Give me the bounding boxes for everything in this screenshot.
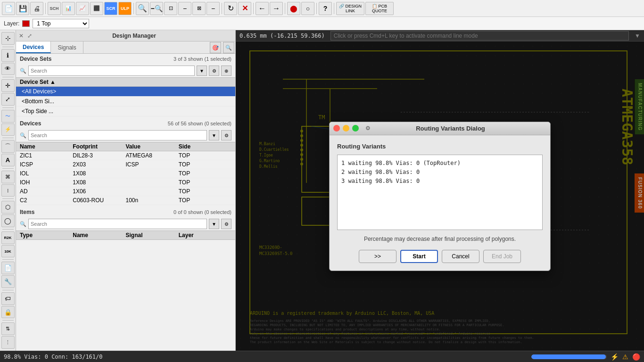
net-tool[interactable]: ⌘ xyxy=(1,171,15,183)
devices-search-input[interactable] xyxy=(28,130,207,140)
zoom-fit-button[interactable]: ⊡ xyxy=(164,2,177,15)
device-row-5[interactable]: C2 C0603-ROU 100n TOP xyxy=(16,196,235,205)
stop-button[interactable]: ✕ xyxy=(238,2,251,15)
select-tool[interactable]: ⊹ xyxy=(1,32,15,45)
devices-col-value[interactable]: Value xyxy=(126,143,179,150)
tab-signals[interactable]: Signals xyxy=(51,41,83,53)
devices-col-side[interactable]: Side xyxy=(179,143,231,150)
items-prop-btn[interactable]: ⚙ xyxy=(221,219,231,229)
error-icon[interactable]: 🔴 xyxy=(632,353,640,361)
undo-button[interactable]: ← xyxy=(256,2,269,15)
50k-tool[interactable]: 10K xyxy=(1,245,15,258)
zoom-out3-button[interactable]: − xyxy=(206,2,220,15)
device-sets-search-dropdown[interactable]: ▼ xyxy=(197,66,207,76)
device-side-2: TOP xyxy=(179,170,231,177)
device-fp-0: DIL28-3 xyxy=(73,152,125,159)
start-button[interactable]: Start xyxy=(400,250,438,263)
lock-tool[interactable]: 🔒 xyxy=(1,306,15,319)
devices-col-footprint[interactable]: Footprint xyxy=(73,143,125,150)
save-button[interactable]: 💾 xyxy=(16,2,29,15)
ratsnest-tool[interactable]: ⫶ xyxy=(1,184,15,197)
devices-search-dropdown[interactable]: ▼ xyxy=(209,130,219,140)
layer-select[interactable]: 1 Top 2 Bottom 16 Bottom xyxy=(33,19,89,28)
eye-tool[interactable]: 👁 xyxy=(1,63,15,75)
left-tool-12[interactable]: ⋮ xyxy=(1,336,15,349)
design-manager-content: Device Sets 3 of 3 shown (1 selected) 🔍 … xyxy=(16,54,235,351)
route-tool[interactable]: 〜 xyxy=(1,110,15,123)
sch-button[interactable]: SCH xyxy=(48,2,61,15)
dialog-minimize-button[interactable] xyxy=(343,125,349,132)
device-sets-prop-btn[interactable]: ⚙ xyxy=(209,66,219,76)
lightning-icon[interactable]: ⚡ xyxy=(611,353,619,361)
circle-tool[interactable]: ◯ xyxy=(1,214,15,227)
device-row-0[interactable]: ZIC1 DIL28-3 ATMEGA8 TOP xyxy=(16,151,235,160)
items-col-layer[interactable]: Layer xyxy=(179,232,231,239)
devices-prop-btn[interactable]: ⚙ xyxy=(221,130,231,140)
cancel-button[interactable]: Cancel xyxy=(442,250,479,263)
items-col-name[interactable]: Name xyxy=(73,232,125,239)
drag-tool[interactable]: ⤢ xyxy=(1,93,15,106)
items-search-input[interactable] xyxy=(28,219,207,229)
cmd-expand-arrow[interactable]: ▼ xyxy=(635,33,640,39)
new-button[interactable]: 📄 xyxy=(2,2,15,15)
white-circle-button[interactable]: ○ xyxy=(301,2,314,15)
tab-devices[interactable]: Devices xyxy=(16,41,51,53)
polygon-tool[interactable]: ⬡ xyxy=(1,201,15,214)
chart2-button[interactable]: 📈 xyxy=(76,2,89,15)
dm-zoom-btn[interactable]: 🔍 xyxy=(223,42,234,53)
red-circle-button[interactable]: ⬤ xyxy=(287,2,300,15)
device-row-1[interactable]: ICSP 2X03 ICSP TOP xyxy=(16,160,235,169)
device-set-col-header[interactable]: Device Set ▲ xyxy=(16,77,235,87)
pcb-quote-button[interactable]: 📋 PCBQUOTE xyxy=(365,2,394,15)
dialog-maximize-button[interactable] xyxy=(352,125,359,132)
print-button[interactable]: 🖨 xyxy=(30,2,43,15)
scr-button[interactable]: SCR xyxy=(104,2,117,15)
chart-button[interactable]: 📊 xyxy=(62,2,75,15)
dialog-close-button[interactable] xyxy=(333,125,340,132)
end-job-button[interactable]: End Job xyxy=(483,250,521,263)
devices-col-name[interactable]: Name xyxy=(20,143,73,150)
design-manager-expand[interactable]: ⤢ xyxy=(27,33,32,39)
r2k-tool[interactable]: R2K xyxy=(1,231,15,244)
design-manager-close[interactable]: ✕ xyxy=(19,33,24,39)
autoroute-tool[interactable]: ⚡ xyxy=(1,123,15,136)
text-tool[interactable]: A xyxy=(1,154,15,166)
ulp-button[interactable]: ULP xyxy=(118,2,132,15)
device-set-item-bottom[interactable]: <Bottom Si... xyxy=(16,97,235,107)
items-col-signal[interactable]: Signal xyxy=(126,232,179,239)
file-tool[interactable]: 📄 xyxy=(1,262,15,274)
dm-filter-btn[interactable]: 🎯 xyxy=(210,42,221,53)
design-link-button[interactable]: 🔗 DESIGNLINK xyxy=(336,2,364,15)
device-row-4[interactable]: AD 1X06 TOP xyxy=(16,187,235,196)
device-name-0: ZIC1 xyxy=(20,152,73,159)
device-fp-2: 1X08 xyxy=(73,170,125,177)
left-tool-11[interactable]: ⇅ xyxy=(1,322,15,335)
device-row-3[interactable]: IOH 1X08 TOP xyxy=(16,178,235,187)
help-button[interactable]: ? xyxy=(319,2,332,15)
device-set-item-all[interactable]: <All Devices> xyxy=(16,87,235,97)
redo-button[interactable]: → xyxy=(270,2,283,15)
3d-button[interactable]: ⬛ xyxy=(90,2,103,15)
back-button[interactable]: >> xyxy=(359,250,396,263)
zoom-out-button[interactable]: −🔍 xyxy=(150,2,163,15)
command-input[interactable] xyxy=(330,31,629,41)
arc-tool[interactable]: ⌒ xyxy=(1,140,15,153)
zoom-out2-button[interactable]: − xyxy=(178,2,191,15)
items-search-dropdown[interactable]: ▼ xyxy=(209,219,219,229)
device-side-1: TOP xyxy=(179,161,231,168)
refresh-button[interactable]: ↻ xyxy=(224,2,237,15)
info-tool[interactable]: ℹ xyxy=(1,49,15,62)
items-col-type[interactable]: Type xyxy=(20,232,73,239)
zoom-sel-button[interactable]: ⊠ xyxy=(192,2,206,15)
device-set-item-top[interactable]: <Top Side ... xyxy=(16,107,235,116)
pcb-canvas-area[interactable]: TM M.Banzi D.Cuartielles T.Igoe G.Martin… xyxy=(236,41,644,351)
zoom-in-button[interactable]: 🔍 xyxy=(136,2,149,15)
tag-tool[interactable]: 🏷 xyxy=(1,292,15,305)
move-tool[interactable]: ✛ xyxy=(1,79,15,92)
device-sets-zoom-btn[interactable]: ⊕ xyxy=(221,66,231,76)
script-tool[interactable]: 🔧 xyxy=(1,275,15,288)
device-row-2[interactable]: IOL 1X08 TOP xyxy=(16,169,235,178)
warning-icon[interactable]: ⚠ xyxy=(622,353,628,361)
device-val-4 xyxy=(126,188,179,195)
device-sets-search-input[interactable] xyxy=(28,66,195,76)
